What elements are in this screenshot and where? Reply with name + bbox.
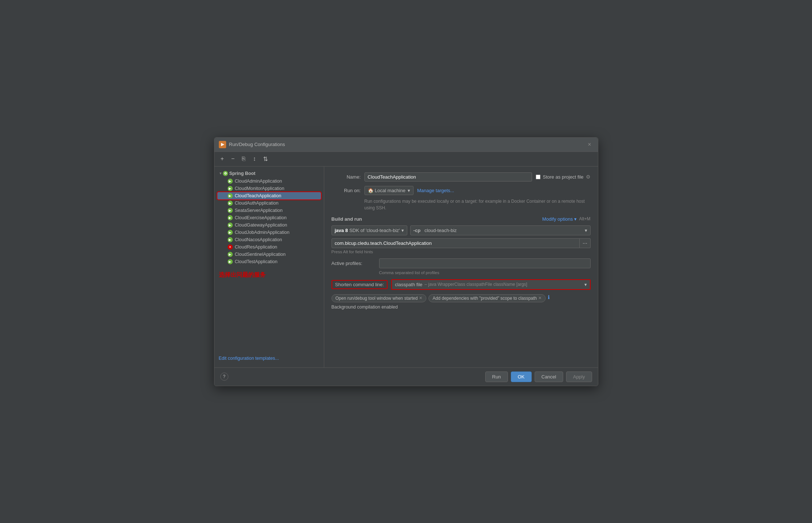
dialog-title: Run/Debug Configurations [229, 142, 285, 147]
tag-remove-icon[interactable]: ✕ [419, 296, 422, 300]
modify-options-label: Modify options [542, 216, 573, 222]
sidebar-item-cloud-test[interactable]: ▶ CloudTestApplication [217, 258, 321, 265]
tag-label: Add dependencies with "provided" scope t… [433, 296, 537, 301]
build-run-title: Build and run [332, 216, 362, 222]
cp-label: -cp [414, 228, 421, 233]
shorten-label: Shorten command line: [332, 280, 388, 289]
add-config-button[interactable]: + [218, 154, 227, 164]
dialog-titlebar: ▶ Run/Debug Configurations × [214, 138, 598, 152]
run-icon-red: ✕ [228, 244, 233, 250]
sidebar-item-cloud-job-admin[interactable]: ▶ CloudJobAdminApplication [217, 229, 321, 236]
tags-row: Open run/debug tool window when started … [332, 294, 591, 310]
chevron-down-icon: ▾ [220, 171, 221, 175]
build-run-section-header: Build and run Modify options ▾ Alt+M [332, 216, 591, 222]
edit-templates-link[interactable]: Edit configuration templates... [214, 352, 324, 365]
manage-targets-link[interactable]: Manage targets... [417, 188, 454, 193]
sidebar-item-cloud-exercise[interactable]: ▶ CloudExerciseApplication [217, 214, 321, 221]
field-hints-text: Press Alt for field hints [332, 250, 591, 254]
store-project-container: Store as project file ⚙ [536, 174, 590, 180]
run-icon-green: ▶ [228, 223, 233, 228]
cp-value: cloud-teach-biz [424, 228, 457, 233]
sidebar-item-cloud-teach[interactable]: ▶ CloudTeachApplication [217, 192, 321, 199]
run-icon-green: ▶ [228, 252, 233, 257]
tag-open-window: Open run/debug tool window when started … [332, 294, 427, 302]
sort-config-button[interactable]: ⇅ [261, 154, 270, 164]
sidebar-item-label: CloudSentinelApplication [235, 252, 286, 257]
tag-remove-icon[interactable]: ✕ [538, 296, 542, 300]
help-button[interactable]: ? [220, 373, 228, 381]
chevron-down-icon: ▾ [574, 216, 577, 222]
profiles-label: Active profiles: [332, 261, 375, 266]
sidebar-item-label: CloudResApplication [235, 244, 277, 250]
run-button[interactable]: Run [485, 371, 508, 382]
store-project-settings-icon[interactable]: ⚙ [586, 174, 591, 180]
main-panel: Name: Store as project file ⚙ Run on: 🏠 … [324, 167, 598, 367]
sidebar-item-label: CloudJobAdminApplication [235, 230, 289, 235]
spring-icon: ⚙ [223, 171, 228, 176]
store-project-checkbox[interactable] [536, 175, 540, 179]
apply-button[interactable]: Apply [566, 371, 592, 382]
sidebar-item-cloud-admin[interactable]: ▶ CloudAdminApplication [217, 178, 321, 185]
info-icon: ℹ [548, 294, 550, 302]
name-row: Name: Store as project file ⚙ [332, 172, 591, 182]
sidebar-item-seata-server[interactable]: ▶ SeataServerApplication [217, 207, 321, 214]
run-icon-green: ▶ [228, 237, 233, 242]
spring-boot-label: Spring Boot [229, 171, 256, 176]
store-project-label: Store as project file [543, 174, 583, 180]
ok-button[interactable]: OK [511, 371, 532, 382]
run-icon-green: ▶ [228, 215, 233, 220]
run-icon-green: ▶ [228, 259, 233, 264]
background-compilation-label: Background compilation enabled [332, 305, 398, 310]
sidebar-item-cloud-nacos[interactable]: ▶ CloudNacosApplication [217, 236, 321, 243]
shorten-hint: – java WrapperClass classpathFile classN… [424, 282, 527, 287]
remove-config-button[interactable]: − [229, 154, 237, 164]
run-on-hint: Run configurations may be executed local… [364, 198, 591, 211]
dropdown-chevron-icon: ▾ [401, 228, 404, 233]
java-sdk-bold: java 8 [335, 228, 348, 233]
sidebar-item-label: CloudExerciseApplication [235, 215, 287, 220]
run-icon-green: ▶ [228, 193, 233, 198]
tag-add-deps: Add dependencies with "provided" scope t… [429, 294, 546, 302]
run-icon-green: ▶ [228, 201, 233, 206]
cancel-button[interactable]: Cancel [535, 371, 563, 382]
dialog-body: ▾ ⚙ Spring Boot ▶ CloudAdminApplication … [214, 167, 598, 367]
profiles-input[interactable] [379, 258, 591, 268]
modify-options-button[interactable]: Modify options ▾ [542, 216, 577, 222]
sidebar-item-cloud-sentinel[interactable]: ▶ CloudSentinelApplication [217, 251, 321, 258]
sidebar-item-label: CloudGatewayApplication [235, 223, 287, 228]
sidebar-item-cloud-gateway[interactable]: ▶ CloudGatewayApplication [217, 221, 321, 229]
local-machine-label: 🏠 Local machine [368, 188, 405, 193]
dropdown-chevron-icon: ▾ [584, 282, 587, 287]
run-on-label: Run on: [332, 188, 361, 193]
sidebar-item-label: CloudNacosApplication [235, 237, 282, 242]
shorten-dropdown[interactable]: classpath file – java WrapperClass class… [391, 279, 590, 290]
footer-left: ? [220, 373, 228, 381]
run-icon-green: ▶ [228, 230, 233, 235]
sidebar-item-label: CloudTeachApplication [235, 193, 281, 198]
sidebar-item-cloud-monitor[interactable]: ▶ CloudMonitorApplication [217, 185, 321, 192]
run-icon-green: ▶ [228, 186, 233, 191]
title-left: ▶ Run/Debug Configurations [219, 141, 285, 148]
run-debug-dialog: ▶ Run/Debug Configurations × + − ⎘ ↕ ⇅ ▾… [214, 137, 598, 386]
spring-boot-parent[interactable]: ▾ ⚙ Spring Boot [217, 169, 321, 178]
name-input[interactable] [364, 172, 532, 182]
browse-button[interactable]: ⋯ [580, 238, 591, 248]
java-cp-row: java 8 SDK of 'cloud-teach-biz' ▾ -cp cl… [332, 225, 591, 235]
cp-dropdown[interactable]: -cp cloud-teach-biz ▾ [410, 225, 591, 235]
sidebar-item-cloud-res[interactable]: ✕ CloudResApplication [217, 243, 321, 251]
modify-options-container: Modify options ▾ Alt+M [542, 216, 591, 222]
sidebar-item-cloud-auth[interactable]: ▶ CloudAuthApplication [217, 199, 321, 207]
dropdown-chevron-icon: ▾ [585, 228, 587, 233]
run-icon-green: ▶ [228, 208, 233, 213]
main-class-input[interactable] [332, 238, 580, 248]
java-sdk-suffix: SDK of 'cloud-teach-biz' [349, 228, 400, 233]
name-label: Name: [332, 174, 361, 180]
java-sdk-dropdown[interactable]: java 8 SDK of 'cloud-teach-biz' ▾ [332, 225, 407, 235]
copy-config-button[interactable]: ⎘ [239, 154, 248, 164]
dialog-footer: ? Run OK Cancel Apply [214, 367, 598, 386]
dropdown-chevron-icon: ▾ [408, 188, 410, 193]
run-on-dropdown[interactable]: 🏠 Local machine ▾ [364, 186, 414, 195]
modify-options-shortcut: Alt+M [579, 216, 590, 221]
close-button[interactable]: × [585, 141, 593, 149]
move-config-button[interactable]: ↕ [250, 154, 258, 164]
